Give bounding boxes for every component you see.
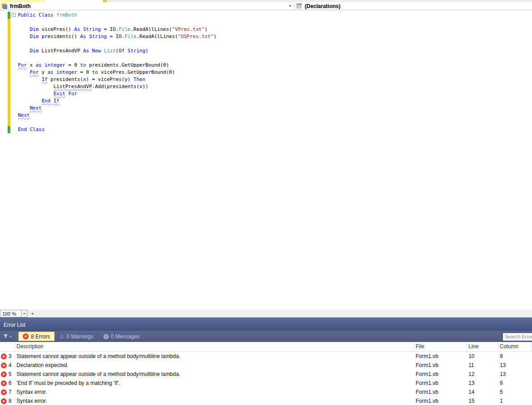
editor-bottom-bar: 100 % ▼ ◄ [0, 310, 532, 317]
messages-filter-button[interactable]: i 0 Messages [98, 332, 145, 341]
code-line: For y as integer = 0 to vicePres.GetUppe… [0, 69, 532, 76]
error-row[interactable]: ×7Syntax error.Form1.vb145 [0, 388, 532, 397]
error-rows: ×3Statement cannot appear outside of a m… [0, 352, 532, 405]
code-text: Dim presidents() As String = IO.File.Rea… [18, 34, 217, 39]
error-row[interactable]: ×8Syntax error.Form1.vb151 [0, 397, 532, 405]
error-icon: × [1, 380, 7, 386]
zoom-dropdown-arrow[interactable]: ▼ [21, 310, 27, 317]
error-icon: × [1, 398, 7, 404]
filter-icon [3, 334, 8, 339]
error-description: Declaration expected. [15, 362, 414, 368]
change-indicator-unsaved [8, 19, 10, 26]
error-description: 'End If' must be preceded by a matching … [15, 380, 414, 386]
error-row-icon-cell: ×6 [0, 380, 15, 386]
change-indicator-saved [8, 126, 10, 133]
error-file: Form1.vb [414, 389, 467, 395]
code-editor[interactable]: -Public Class frmBoth Dim vicePres() As … [0, 11, 532, 310]
error-number: 3 [9, 353, 12, 359]
chevron-down-icon[interactable]: ▼ [289, 4, 292, 8]
code-line: End Class [0, 126, 532, 133]
error-search-box [502, 332, 532, 341]
change-indicator-unsaved [8, 119, 10, 126]
error-row[interactable]: ×5Statement cannot appear outside of a m… [0, 370, 532, 379]
column-header-column[interactable]: Column [498, 342, 532, 351]
error-line: 10 [467, 353, 498, 359]
error-description: Syntax error. [15, 389, 414, 395]
errors-count-label: 8 Errors [31, 333, 50, 340]
scroll-left-icon[interactable]: ◄ [30, 312, 34, 316]
warnings-count-label: 0 Warnings [66, 333, 93, 340]
zoom-value: 100 % [0, 311, 21, 316]
code-line [0, 19, 532, 26]
error-description: Statement cannot appear outside of a met… [15, 371, 414, 377]
error-column: 9 [498, 380, 532, 386]
code-line: Next [0, 112, 532, 119]
code-text: Dim ListPresAndVP As New List(Of String) [18, 48, 148, 54]
error-icon: × [23, 333, 29, 339]
code-text: For x as integer = 0 to presidents.GetUp… [18, 62, 169, 68]
error-line: 11 [467, 362, 498, 368]
error-list-title: Error List [4, 322, 26, 328]
code-text: Next [18, 112, 30, 118]
change-indicator-unsaved [8, 62, 10, 69]
code-line: -Public Class frmBoth [0, 12, 532, 19]
column-header-description[interactable]: Description [15, 342, 414, 351]
error-description: Statement cannot appear outside of a met… [15, 353, 414, 359]
code-line: Next [0, 105, 532, 112]
column-header-icon[interactable] [0, 342, 15, 351]
code-text: Next [18, 105, 42, 111]
error-row[interactable]: ×3Statement cannot appear outside of a m… [0, 352, 532, 361]
change-indicator-unsaved [8, 26, 10, 33]
code-line: If presidents(x) = vicePres(y) Then [0, 76, 532, 83]
column-header-line[interactable]: Line [467, 342, 498, 351]
warnings-filter-button[interactable]: ⚠ 0 Warnings [55, 332, 98, 341]
error-number: 6 [9, 380, 12, 386]
error-row[interactable]: ×6'End If' must be preceded by a matchin… [0, 379, 532, 388]
error-column: 13 [498, 362, 532, 368]
error-row[interactable]: ×4Declaration expected.Form1.vb1113 [0, 361, 532, 370]
code-text: If presidents(x) = vicePres(y) Then [18, 76, 145, 82]
error-row-icon-cell: ×7 [0, 389, 15, 395]
error-description: Syntax error. [15, 398, 414, 404]
error-icon: × [1, 363, 7, 368]
error-row-icon-cell: ×5 [0, 371, 15, 377]
code-line: End If [0, 97, 532, 105]
error-row-icon-cell: ×8 [0, 398, 15, 404]
chevron-down-icon: ▼ [9, 335, 12, 338]
code-text: Exit For [18, 91, 77, 97]
change-indicator-unsaved [8, 33, 10, 40]
code-line: Dim presidents() As String = IO.File.Rea… [0, 33, 532, 40]
error-column: 1 [498, 398, 532, 404]
error-number: 4 [9, 362, 12, 368]
error-column: 9 [498, 353, 532, 359]
errors-filter-button[interactable]: × 8 Errors [18, 332, 55, 341]
search-input[interactable] [502, 333, 532, 341]
error-list-titlebar[interactable]: Error List [0, 317, 532, 331]
class-selector-label: frmBoth [10, 3, 31, 9]
member-selector-dropdown[interactable]: (Declarations) [294, 2, 532, 10]
class-selector-dropdown[interactable]: frmBoth ▼ [0, 2, 294, 10]
error-list-toolbar: ▼ × 8 Errors ⚠ 0 Warnings i 0 Messages [0, 331, 532, 342]
error-line: 12 [467, 371, 498, 377]
error-file: Form1.vb [414, 362, 467, 368]
change-indicator-unsaved [8, 112, 10, 119]
error-file: Form1.vb [414, 353, 467, 359]
code-line [0, 40, 532, 47]
collapse-icon[interactable]: - [12, 13, 16, 17]
filter-button[interactable]: ▼ [1, 332, 14, 341]
error-row-icon-cell: ×4 [0, 362, 15, 368]
column-header-file[interactable]: File [414, 342, 467, 351]
zoom-selector[interactable]: 100 % ▼ [0, 310, 27, 317]
change-indicator-unsaved [8, 105, 10, 112]
code-area[interactable]: -Public Class frmBoth Dim vicePres() As … [0, 12, 532, 133]
error-file: Form1.vb [414, 371, 467, 377]
horizontal-scrollbar[interactable]: ◄ [28, 310, 532, 317]
error-number: 7 [9, 389, 12, 395]
error-line: 14 [467, 389, 498, 395]
error-file: Form1.vb [414, 380, 467, 386]
change-indicator-unsaved [8, 69, 10, 76]
change-indicator-unsaved [8, 83, 10, 90]
change-indicator-unsaved [8, 97, 10, 105]
error-line: 15 [467, 398, 498, 404]
warning-icon: ⚠ [60, 334, 64, 339]
